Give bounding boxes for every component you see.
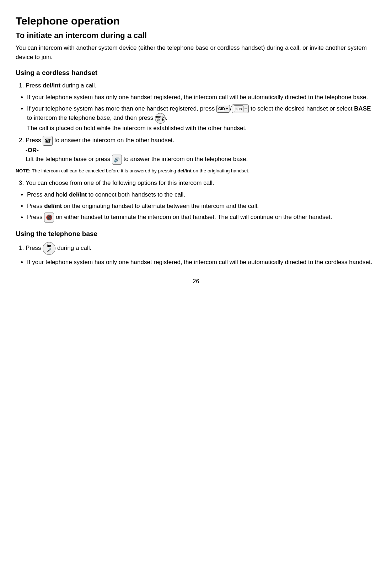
sub-minus-button: sub − — [232, 104, 249, 113]
bullet-3-2: Press del/int on the originating handset… — [27, 202, 376, 211]
del-int-note: del/int — [177, 168, 192, 173]
base-label: BASE — [354, 105, 371, 112]
section2-step-1: Press int 🎤 during a call. — [26, 242, 376, 255]
bullet-1-2: If your telephone system has more than o… — [27, 104, 376, 133]
cid-plus-button: CID + — [216, 105, 230, 113]
section2-steps: Press int 🎤 during a call. — [26, 242, 376, 255]
section1-steps: Press del/int during a call. — [26, 81, 376, 90]
page-number: 26 — [16, 277, 376, 286]
answer-phone-icon: ☎ — [43, 136, 53, 146]
speaker-icon: 🔊 — [112, 155, 122, 165]
note-label: NOTE: — [16, 168, 31, 173]
int-button-icon: int 🎤 — [43, 242, 55, 255]
bullets-3: Press and hold del/int to connect both h… — [27, 190, 376, 223]
section2-bullets: If your telephone system has only one ha… — [27, 258, 376, 267]
note-paragraph: NOTE: The intercom call can be canceled … — [16, 167, 376, 175]
section2-bullet-1: If your telephone system has only one ha… — [27, 258, 376, 267]
del-int-label-3: del/int — [44, 203, 62, 209]
del-int-label-1: del/int — [43, 82, 60, 89]
minus-sign: − — [244, 106, 247, 112]
plus-sign: + — [226, 106, 228, 112]
page-subtitle: To initiate an intercom during a call — [16, 30, 376, 41]
bullet-3-1: Press and hold del/int to connect both h… — [27, 190, 376, 199]
bullet-3-3: Press 📵 on either handset to terminate t… — [27, 213, 376, 223]
step-3: You can choose from one of the following… — [26, 178, 376, 188]
section1-heading: Using a cordless handset — [16, 68, 376, 78]
page-title: Telephone operation — [16, 13, 376, 29]
step-3-list: You can choose from one of the following… — [26, 178, 376, 188]
or-label: -OR- — [26, 147, 39, 154]
int-label: int — [47, 245, 51, 248]
step-2-list: Press ☎ to answer the intercom on the ot… — [26, 136, 376, 165]
step-1: Press del/int during a call. — [26, 81, 376, 90]
bullets-1: If your telephone system has only one ha… — [27, 93, 376, 133]
end-phone-icon: 📵 — [44, 213, 54, 223]
menu-ok-button: menuok ✱ — [155, 113, 166, 124]
bullet-1-1: If your telephone system has only one ha… — [27, 93, 376, 102]
sub-label: sub — [234, 105, 244, 113]
menu-ok-label: menuok ✱ — [156, 115, 165, 122]
int-icon-mic: 🎤 — [47, 248, 51, 252]
del-int-label-2: del/int — [69, 191, 87, 198]
section2-heading: Using the telephone base — [16, 229, 376, 239]
step-2: Press ☎ to answer the intercom on the ot… — [26, 136, 376, 165]
intro-paragraph: You can intercom with another system dev… — [16, 43, 376, 61]
cid-label: CID — [218, 106, 225, 112]
